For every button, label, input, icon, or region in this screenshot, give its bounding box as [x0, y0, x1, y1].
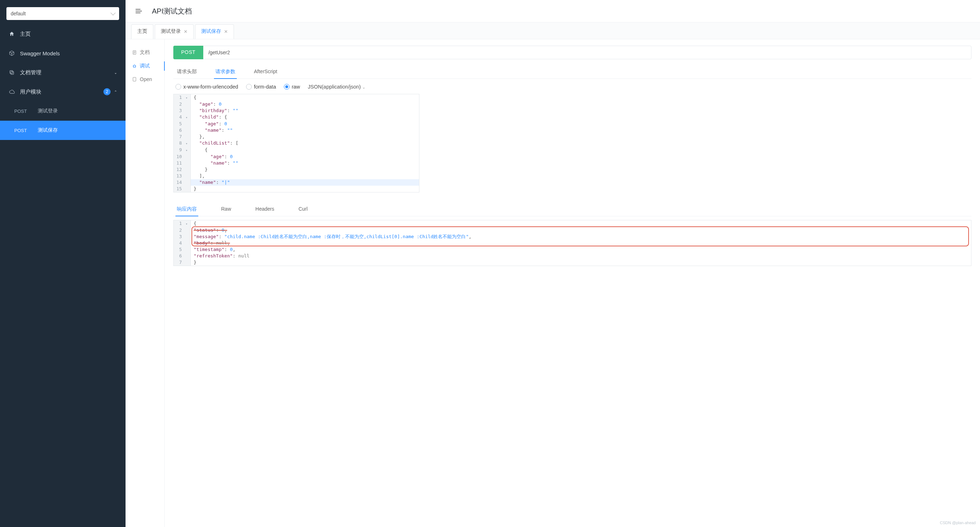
method-tag: POST — [173, 46, 203, 59]
inner-debug[interactable]: 调试 — [126, 59, 164, 73]
nav-swagger-models[interactable]: Swagger Models — [0, 43, 126, 63]
cube-icon — [8, 50, 15, 56]
project-select[interactable]: default — [6, 7, 119, 20]
chevron-down-icon: ⌄ — [114, 71, 117, 75]
bodytype-formdata[interactable]: form-data — [246, 84, 276, 89]
content-type-select[interactable]: JSON(application/json)⌄ — [308, 84, 365, 89]
svg-rect-4 — [133, 77, 136, 81]
radio-icon — [175, 84, 181, 89]
nav-docs-manager[interactable]: 文档管理 ⌄ — [0, 63, 126, 82]
request-editor[interactable]: 1 ▾{2 "age": 03 "birthday": ""4 ▾ "child… — [173, 94, 419, 192]
resp-tab-headers[interactable]: Headers — [254, 203, 276, 216]
inner-open[interactable]: Open — [126, 73, 164, 86]
bodytype-form[interactable]: x-www-form-urlencoded — [175, 84, 238, 89]
project-select-value: default — [11, 11, 25, 16]
close-icon[interactable]: ✕ — [184, 29, 188, 34]
main: API测试文档 主页测试登录✕测试保存✕ 文档 调试 Open — [126, 0, 980, 527]
subtab-afterscript[interactable]: AfterScript — [253, 65, 278, 78]
svg-rect-1 — [10, 71, 13, 73]
sidebar: default 主页 Swagger Models 文档管理 ⌄ 用户模块 2 … — [0, 0, 126, 527]
cloud-icon — [8, 89, 15, 94]
radio-icon — [284, 84, 290, 89]
svg-point-3 — [134, 65, 135, 67]
home-icon — [8, 31, 15, 37]
badge-count: 2 — [103, 88, 111, 95]
inner-side: 文档 调试 Open — [126, 39, 165, 527]
copy-icon — [8, 70, 15, 75]
svg-rect-0 — [11, 72, 14, 74]
nav-user-module[interactable]: 用户模块 2 ⌃ — [0, 82, 126, 101]
tab-测试登录[interactable]: 测试登录✕ — [155, 24, 194, 39]
chevron-up-icon: ⌃ — [114, 90, 117, 94]
nav-sub-login[interactable]: POST 测试登录 — [0, 101, 126, 121]
response-editor[interactable]: 1 ▾{2 "status": 0,3 "message": "child.na… — [173, 220, 972, 266]
resp-tab-curl[interactable]: Curl — [297, 203, 309, 216]
chevron-down-icon: ⌄ — [362, 85, 365, 89]
panel: POST /getUser2 请求头部 请求参数 AfterScript x-w… — [165, 39, 980, 527]
nav-sub-save[interactable]: POST 测试保存 — [0, 121, 126, 140]
tab-主页[interactable]: 主页 — [131, 24, 153, 39]
document-icon — [132, 77, 137, 82]
page-title: API测试文档 — [152, 6, 192, 16]
subtab-headers[interactable]: 请求头部 — [175, 65, 198, 78]
watermark: CSDN @plan-ahead — [940, 521, 976, 525]
radio-icon — [246, 84, 252, 89]
tabs-row: 主页测试登录✕测试保存✕ — [126, 22, 980, 39]
collapse-sidebar-button[interactable] — [134, 7, 144, 15]
bug-icon — [132, 64, 137, 69]
bodytype-raw[interactable]: raw — [284, 84, 300, 89]
close-icon[interactable]: ✕ — [224, 29, 228, 34]
inner-doc[interactable]: 文档 — [126, 46, 164, 59]
resp-tab-raw[interactable]: Raw — [220, 203, 232, 216]
nav-home[interactable]: 主页 — [0, 24, 126, 43]
resp-tab-content[interactable]: 响应内容 — [175, 203, 198, 216]
subtab-params[interactable]: 请求参数 — [214, 65, 237, 78]
chevron-down-icon — [111, 10, 116, 15]
document-icon — [132, 50, 137, 55]
tab-测试保存[interactable]: 测试保存✕ — [195, 24, 234, 39]
url-input[interactable]: /getUser2 — [203, 46, 972, 59]
topbar: API测试文档 — [126, 0, 980, 22]
